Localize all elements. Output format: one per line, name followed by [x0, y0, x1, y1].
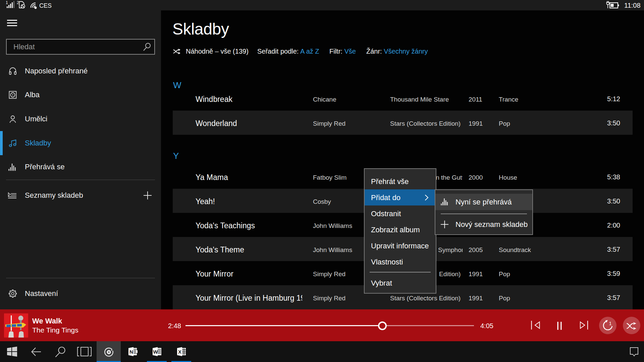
svg-text:X: X: [178, 349, 181, 355]
svg-text:N: N: [129, 349, 133, 355]
svg-text:1: 1: [609, 321, 612, 326]
svg-text:W: W: [153, 349, 158, 355]
svg-text:1: 1: [6, 1, 8, 5]
svg-text:2: 2: [17, 1, 19, 5]
